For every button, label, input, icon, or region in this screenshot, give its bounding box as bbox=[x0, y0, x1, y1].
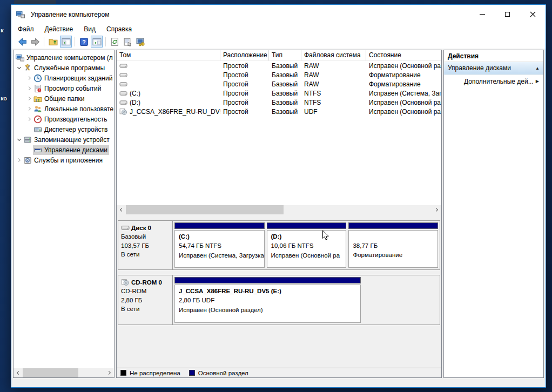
show-console-tree-button[interactable] bbox=[60, 36, 72, 48]
scroll-left-arrow[interactable] bbox=[14, 368, 23, 377]
help-icon: ? bbox=[79, 37, 89, 46]
chevron-right-icon[interactable] bbox=[25, 105, 33, 113]
volume-list-horizontal-scrollbar[interactable] bbox=[117, 205, 441, 214]
volume-row[interactable]: (D:) Простой Базовый NTFS Исправен (Осно… bbox=[117, 98, 441, 107]
tree-item-label: Локальные пользовате bbox=[44, 105, 113, 113]
chevron-right-icon[interactable] bbox=[25, 95, 33, 103]
manage-computer-button[interactable] bbox=[134, 36, 146, 48]
tree-item-local-users[interactable]: Локальные пользовате bbox=[14, 104, 114, 114]
menu-file[interactable]: Файл bbox=[12, 24, 39, 34]
cd-drive-icon bbox=[121, 279, 130, 286]
disk-management-icon bbox=[33, 146, 42, 154]
partition-color-bar bbox=[174, 277, 361, 283]
tree-item-event-viewer[interactable]: Просмотр событий bbox=[14, 83, 114, 93]
partition-status: Исправен (Система, Загрузка bbox=[179, 251, 260, 260]
services-icon bbox=[23, 156, 32, 165]
volume-list-empty-space bbox=[117, 116, 441, 205]
partition-status: Форматирование bbox=[353, 251, 434, 260]
chevron-right-icon[interactable] bbox=[25, 116, 33, 123]
chevron-down-icon[interactable] bbox=[15, 64, 23, 72]
tree-item-services-applications[interactable]: Службы и приложения bbox=[14, 155, 114, 165]
volume-layout: Простой bbox=[220, 90, 269, 97]
window-title: Управление компьютером bbox=[31, 11, 109, 18]
partition-letter: (C:) bbox=[179, 232, 260, 241]
scroll-left-arrow[interactable] bbox=[117, 205, 126, 214]
column-header-type[interactable]: Тип bbox=[269, 50, 301, 60]
back-button[interactable] bbox=[16, 36, 28, 48]
up-folder-button[interactable] bbox=[47, 36, 59, 48]
tree-item-computer-management[interactable]: Управление компьютером (л bbox=[14, 52, 114, 63]
volume-layout: Простой bbox=[220, 108, 269, 116]
cdrom-0-info[interactable]: CD-ROM 0 CD-ROM 2,80 ГБ В сети bbox=[118, 275, 173, 325]
volume-icon bbox=[119, 99, 127, 106]
actions-item-more-actions[interactable]: Дополнительные дей... ▶ bbox=[444, 75, 543, 88]
disk-name: CD-ROM 0 bbox=[131, 278, 162, 287]
tree-item-storage[interactable]: Запоминающие устройст bbox=[14, 134, 114, 145]
actions-group-disk-management[interactable]: Управление дисками ▲ bbox=[444, 62, 543, 75]
tree-item-label: Служебные программы bbox=[34, 64, 105, 72]
disk-0-info[interactable]: Диск 0 Базовый 103,57 ГБ В сети bbox=[118, 221, 173, 269]
volume-type: Базовый bbox=[269, 71, 301, 79]
column-header-status[interactable]: Состояние bbox=[366, 50, 441, 60]
column-header-filesystem[interactable]: Файловая система bbox=[301, 50, 366, 60]
volume-row[interactable]: (C:) Простой Базовый NTFS Исправен (Сист… bbox=[117, 89, 441, 98]
forward-button[interactable] bbox=[29, 36, 41, 48]
chevron-right-icon[interactable] bbox=[15, 157, 23, 164]
volume-filesystem: UDF bbox=[301, 108, 366, 116]
refresh-button[interactable] bbox=[109, 36, 120, 48]
toolbar-separator bbox=[75, 37, 75, 46]
tree-item-label: Управление компьютером (л bbox=[26, 54, 113, 62]
volume-type: Базовый bbox=[269, 62, 301, 70]
menu-view[interactable]: Вид bbox=[78, 24, 101, 34]
scrollbar-track[interactable] bbox=[23, 368, 105, 377]
partition-formatting[interactable]: 38,77 ГБ Форматирование bbox=[348, 222, 438, 268]
minimize-button[interactable] bbox=[469, 5, 495, 24]
chevron-right-icon[interactable] bbox=[25, 85, 33, 92]
menu-action[interactable]: Действие bbox=[39, 24, 79, 34]
legend-primary-partition: Основной раздел bbox=[189, 370, 248, 376]
close-button[interactable] bbox=[520, 5, 546, 24]
collapse-arrow-icon[interactable]: ▲ bbox=[535, 66, 540, 71]
tree-item-disk-management[interactable]: Управление дисками bbox=[14, 145, 114, 155]
disk-0-row: Диск 0 Базовый 103,57 ГБ В сети (C:) 54,… bbox=[118, 220, 440, 270]
menu-help[interactable]: Справка bbox=[101, 24, 137, 34]
show-console-tree-icon bbox=[62, 37, 71, 46]
volume-row[interactable]: Простой Базовый RAW Форматирование bbox=[117, 79, 441, 89]
help-button[interactable]: ? bbox=[78, 36, 90, 48]
chevron-right-icon[interactable] bbox=[25, 75, 33, 82]
properties-button[interactable] bbox=[122, 36, 133, 48]
partition-e[interactable]: J_CCSA_X86FRE_RU-RU_DV5 (E:) 2,80 ГБ UDF… bbox=[174, 277, 361, 323]
tree-horizontal-scrollbar[interactable] bbox=[14, 368, 114, 377]
column-header-volume[interactable]: Том bbox=[117, 50, 220, 60]
scroll-right-arrow[interactable] bbox=[432, 205, 441, 214]
scrollbar-track[interactable] bbox=[126, 205, 432, 214]
scrollbar-thumb[interactable] bbox=[126, 205, 284, 214]
column-header-layout[interactable]: Расположение bbox=[220, 50, 269, 60]
tree-item-shared-folders[interactable]: Общие папки bbox=[14, 93, 114, 104]
volume-row[interactable]: Простой Базовый RAW Форматирование bbox=[117, 70, 441, 79]
show-action-pane-button[interactable] bbox=[91, 36, 103, 48]
volume-row[interactable]: Простой Базовый RAW Исправен (Основной р… bbox=[117, 61, 441, 70]
maximize-button[interactable] bbox=[495, 5, 520, 24]
event-viewer-icon bbox=[33, 84, 42, 93]
tree-item-performance[interactable]: Производительность bbox=[14, 114, 114, 124]
chevron-down-icon[interactable] bbox=[15, 136, 23, 144]
partition-c[interactable]: (C:) 54,74 ГБ NTFS Исправен (Система, За… bbox=[174, 222, 265, 268]
disk-size: 2,80 ГБ bbox=[121, 296, 171, 305]
partition-color-bar bbox=[348, 222, 438, 229]
menu-bar: Файл Действие Вид Справка bbox=[11, 24, 546, 35]
tree-item-device-manager[interactable]: Диспетчер устройств bbox=[14, 124, 114, 134]
actions-item-label: Дополнительные дей... bbox=[464, 78, 536, 85]
actions-header: Действия bbox=[444, 50, 543, 62]
tree-item-system-tools[interactable]: Служебные программы bbox=[14, 63, 114, 73]
volume-filesystem: RAW bbox=[301, 62, 366, 70]
scrollbar-thumb[interactable] bbox=[23, 368, 78, 377]
tree-item-task-scheduler[interactable]: Планировщик заданий bbox=[14, 73, 114, 83]
scroll-right-arrow[interactable] bbox=[105, 368, 114, 377]
volume-icon bbox=[119, 81, 127, 87]
disk-kind: CD-ROM bbox=[121, 287, 171, 295]
volume-row[interactable]: J_CCSA_X86FRE_RU-RU_DV5 (E:) Простой Баз… bbox=[117, 107, 441, 116]
partition-d[interactable]: (D:) 10,06 ГБ NTFS Исправен (Основной ра bbox=[267, 222, 347, 268]
legend-unallocated: Не распределена bbox=[120, 370, 180, 376]
title-bar[interactable]: Управление компьютером bbox=[11, 5, 546, 24]
